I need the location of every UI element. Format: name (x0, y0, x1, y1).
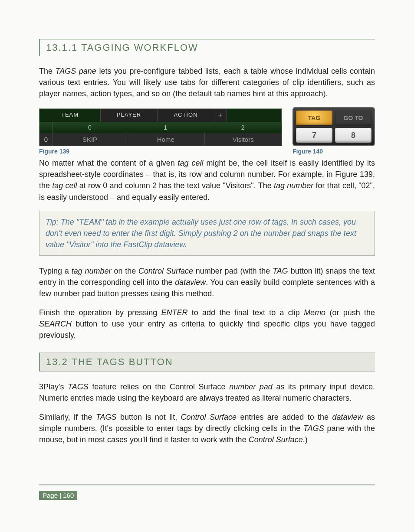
footer-rule (39, 484, 375, 486)
cell-0-2[interactable]: Visitors (205, 133, 282, 146)
figure-139-caption: Figure 139 (39, 148, 282, 155)
tab-action[interactable]: ACTION (158, 109, 214, 122)
heading-text: 13.2 THE TAGS BUTTON (46, 356, 375, 368)
table-row: 0 SKIP Home Visitors (39, 133, 282, 146)
tab-fill (227, 109, 282, 122)
tab-team[interactable]: TEAM (39, 109, 101, 122)
section-heading-13-1-1: 13.1.1 TAGGING WORKFLOW (39, 39, 375, 56)
numpad-8[interactable]: 8 (335, 128, 371, 143)
para-finish-operation: Finish the operation by pressing ENTER t… (39, 307, 375, 341)
numpad-7[interactable]: 7 (296, 128, 332, 143)
tag-button[interactable]: TAG (296, 111, 332, 125)
header-col-2: 2 (204, 122, 282, 133)
tab-add[interactable]: + (214, 109, 227, 122)
row-number: 0 (39, 133, 53, 146)
goto-button[interactable]: GO TO (335, 111, 371, 125)
control-surface-keys: TAG GO TO 7 8 (292, 107, 375, 146)
header-col-0: 0 (53, 122, 127, 133)
para-tag-cell: No matter what the content of a given ta… (39, 157, 375, 202)
cell-0-0[interactable]: SKIP (53, 133, 127, 146)
tab-player[interactable]: PLAYER (101, 109, 158, 122)
cell-0-1[interactable]: Home (127, 133, 205, 146)
para-3play-tags: 3Play's TAGS feature relies on the Contr… (39, 381, 375, 404)
heading-text: 13.1.1 TAGGING WORKFLOW (46, 42, 375, 53)
tip-text: Tip: The "TEAM" tab in the example actua… (46, 216, 368, 250)
header-corner (39, 122, 53, 133)
header-row: 0 1 2 (39, 122, 282, 133)
section-heading-13-2: 13.2 THE TAGS BUTTON (39, 352, 375, 372)
page-number: Page | 160 (39, 491, 77, 500)
tabs-row: TEAM PLAYER ACTION + (39, 109, 282, 122)
para-tags-not-lit: Similarly, if the TAGS button is not lit… (39, 411, 375, 445)
figure-140-caption: Figure 140 (292, 148, 375, 155)
tags-table[interactable]: TEAM PLAYER ACTION + 0 1 2 0 SKIP Home V… (39, 108, 282, 146)
tip-box: Tip: The "TEAM" tab in the example actua… (39, 211, 375, 256)
header-col-1: 1 (127, 122, 204, 133)
para-tags-pane: The TAGS pane lets you pre-configure tab… (39, 65, 375, 99)
para-typing-tag-number: Typing a tag number on the Control Surfa… (39, 265, 375, 299)
